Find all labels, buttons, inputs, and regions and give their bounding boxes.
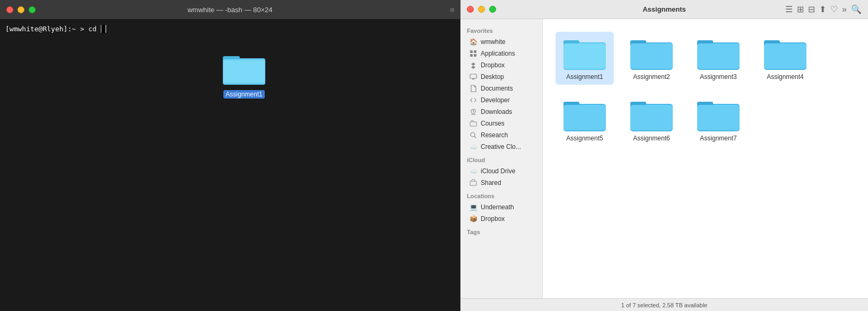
folder-svg-5 [563, 97, 606, 131]
underneath-icon: 💻 [469, 203, 478, 211]
sidebar-item-courses[interactable]: Courses [463, 118, 540, 129]
terminal-window: wmwhite — -bash — 80×24 ⊞ [wmwhite@Rlyeh… [0, 0, 461, 311]
terminal-body[interactable]: [wmwhite@Rlyeh]:~ > cd █ Assignment1 [0, 19, 460, 311]
sidebar-item-developer[interactable]: Developer [463, 94, 540, 106]
svg-rect-6 [470, 54, 473, 57]
svg-rect-4 [470, 50, 473, 53]
terminal-folder-label: Assignment1 [223, 90, 264, 99]
finder-status-text: 1 of 7 selected, 2.58 TB available [621, 302, 707, 308]
downloads-icon [469, 108, 478, 116]
developer-icon [469, 96, 478, 104]
finder-window: Assignments ☰ ⊞ ⊟ ⬆ ♡ » 🔍 Favorites 🏠 wm… [461, 0, 868, 311]
finder-minimize-button[interactable] [478, 6, 485, 13]
sidebar-item-applications-label: Applications [481, 50, 515, 57]
sidebar-item-shared[interactable]: Shared [463, 177, 540, 189]
view-gallery-icon[interactable]: ⊟ [808, 4, 815, 14]
icloud-drive-icon: ☁️ [469, 167, 478, 175]
svg-rect-8 [470, 74, 476, 78]
svg-rect-7 [474, 54, 476, 57]
svg-rect-16 [563, 43, 606, 69]
svg-rect-31 [630, 105, 673, 130]
finder-maximize-button[interactable] [489, 6, 496, 13]
terminal-prompt-line: [wmwhite@Rlyeh]:~ > cd █ [5, 24, 455, 34]
sidebar-item-creative-cloud-label: Creative Clo... [481, 143, 521, 150]
desktop-icon [469, 73, 478, 81]
finder-close-button[interactable] [467, 6, 474, 13]
finder-titlebar: Assignments ☰ ⊞ ⊟ ⬆ ♡ » 🔍 [461, 0, 868, 19]
view-grid-icon[interactable]: ⊞ [797, 4, 804, 14]
share-icon[interactable]: ⬆ [819, 4, 826, 14]
folder-item-2[interactable]: Assignment2 [622, 32, 681, 85]
sidebar-item-wmwhite[interactable]: 🏠 wmwhite [463, 36, 540, 48]
folder-svg-1 [563, 36, 606, 70]
sidebar-item-wmwhite-label: wmwhite [481, 38, 506, 46]
folder-item-3[interactable]: Assignment3 [689, 32, 748, 85]
folder-label-1: Assignment1 [566, 73, 603, 81]
folder-grid: Assignment1 Assignment2 Assignment3 Assi… [551, 28, 860, 150]
svg-rect-11 [470, 122, 476, 126]
sidebar-item-research-label: Research [481, 131, 508, 139]
sidebar-item-dropbox[interactable]: Dropbox [463, 59, 540, 71]
shared-icon [469, 179, 478, 187]
terminal-resize-icon[interactable]: ⊞ [448, 6, 456, 13]
sidebar-item-downloads-label: Downloads [481, 108, 512, 115]
finder-sidebar: Favorites 🏠 wmwhite Applications Dropbox [461, 19, 543, 298]
finder-traffic-lights [467, 6, 496, 13]
terminal-folder-icon [223, 51, 265, 85]
svg-rect-5 [474, 50, 476, 53]
sidebar-item-creative-cloud[interactable]: ☁️ Creative Clo... [463, 141, 540, 153]
folder-svg-4 [764, 36, 806, 70]
sidebar-item-underneath[interactable]: 💻 Underneath [463, 201, 540, 213]
sidebar-item-icloud-drive[interactable]: ☁️ iCloud Drive [463, 165, 540, 177]
svg-rect-22 [697, 43, 740, 69]
sidebar-item-desktop-label: Desktop [481, 73, 504, 81]
folder-label-7: Assignment7 [700, 135, 736, 142]
sidebar-item-underneath-label: Underneath [481, 203, 514, 211]
favorites-section-header: Favorites [461, 23, 542, 36]
creative-cloud-icon: ☁️ [469, 143, 478, 151]
terminal-folder-area: Assignment1 [223, 51, 265, 99]
terminal-close-button[interactable] [6, 6, 13, 13]
sidebar-item-downloads[interactable]: Downloads [463, 106, 540, 118]
courses-icon [469, 119, 478, 128]
folder-item-7[interactable]: Assignment7 [689, 93, 748, 146]
terminal-title: wmwhite — -bash — 80×24 [187, 6, 272, 14]
svg-rect-19 [630, 43, 673, 69]
svg-rect-25 [764, 43, 806, 69]
research-icon [469, 131, 478, 139]
terminal-maximize-button[interactable] [29, 6, 36, 13]
locations-section-header: Locations [461, 189, 542, 201]
folder-svg-7 [697, 97, 740, 131]
folder-label-3: Assignment3 [700, 73, 736, 81]
terminal-cursor: █ [101, 25, 106, 33]
svg-point-12 [471, 132, 475, 137]
folder-item-4[interactable]: Assignment4 [756, 32, 814, 85]
finder-toolbar-icons: ☰ ⊞ ⊟ ⬆ ♡ » 🔍 [785, 4, 862, 14]
folder-label-4: Assignment4 [767, 73, 803, 81]
terminal-minimize-button[interactable] [18, 6, 24, 13]
folder-item-6[interactable]: Assignment6 [622, 93, 681, 146]
documents-icon [469, 84, 478, 93]
terminal-titlebar: wmwhite — -bash — 80×24 ⊞ [0, 0, 460, 19]
tag-icon[interactable]: ♡ [830, 4, 838, 14]
finder-main: Assignment1 Assignment2 Assignment3 Assi… [543, 19, 868, 298]
view-list-icon[interactable]: ☰ [785, 4, 793, 14]
folder-item-5[interactable]: Assignment5 [555, 93, 614, 146]
applications-icon [469, 49, 478, 58]
icloud-section-header: iCloud [461, 153, 542, 165]
home-icon: 🏠 [469, 38, 478, 46]
sidebar-item-dropbox2[interactable]: 📦 Dropbox [463, 213, 540, 225]
finder-statusbar: 1 of 7 selected, 2.58 TB available [461, 298, 868, 311]
terminal-traffic-lights [6, 6, 36, 13]
folder-label-6: Assignment6 [633, 135, 670, 142]
search-icon[interactable]: 🔍 [851, 4, 862, 14]
sidebar-item-desktop[interactable]: Desktop [463, 71, 540, 83]
folder-item-1[interactable]: Assignment1 [555, 32, 614, 85]
sidebar-item-research[interactable]: Research [463, 129, 540, 141]
sidebar-item-courses-label: Courses [481, 120, 505, 127]
folder-svg-3 [697, 36, 740, 70]
sidebar-item-documents[interactable]: Documents [463, 83, 540, 94]
svg-rect-34 [697, 105, 740, 130]
sidebar-item-applications[interactable]: Applications [463, 48, 540, 59]
more-icon[interactable]: » [842, 5, 847, 14]
